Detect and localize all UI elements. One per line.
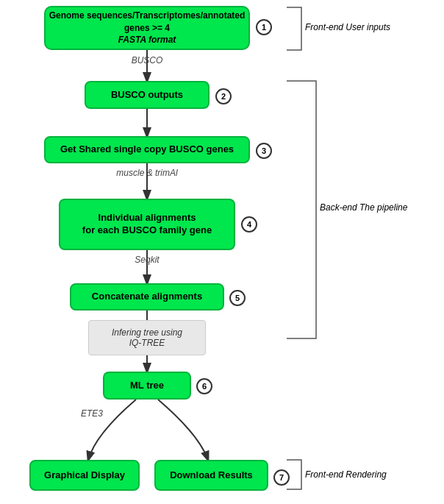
download-results-node[interactable]: Download Results — [154, 460, 268, 491]
concatenate-node: Concatenate alignments — [70, 283, 224, 310]
frontend-rendering-label: Front-end Rendering — [305, 469, 387, 480]
graphical-display-node[interactable]: Graphical Display — [29, 460, 140, 491]
shared-busco-node: Get Shared single copy BUSCO genes — [44, 136, 250, 163]
frontend-inputs-label: Front-end User inputs — [305, 22, 390, 32]
seqkit-arrow-label: Seqkit — [110, 255, 184, 265]
download-results-label: Download Results — [170, 469, 253, 482]
step-3-circle: 3 — [256, 143, 272, 159]
ml-tree-label: ML tree — [130, 380, 164, 392]
step-1-circle: 1 — [256, 19, 272, 35]
busco-outputs-label: BUSCO outputs — [111, 89, 183, 102]
pipeline-diagram: Genome sequences/Transcriptomes/annotate… — [0, 0, 444, 504]
concatenate-label: Concatenate alignments — [92, 291, 202, 303]
step-7-circle: 7 — [273, 469, 290, 486]
arrows-svg — [0, 0, 444, 504]
ete3-label: ETE3 — [62, 408, 121, 419]
busco-outputs-node: BUSCO outputs — [85, 81, 210, 109]
graphical-display-label: Graphical Display — [44, 469, 125, 482]
muscle-arrow-label: muscle & trimAl — [85, 168, 210, 178]
ml-tree-node: ML tree — [103, 372, 191, 400]
infering-tree-label: Infering tree usingIQ-TREE — [112, 327, 182, 348]
shared-busco-label: Get Shared single copy BUSCO genes — [60, 143, 234, 156]
step-6-circle: 6 — [196, 378, 212, 394]
infering-tree-box: Infering tree usingIQ-TREE — [88, 320, 206, 355]
alignments-label: Individual alignmentsfor each BUSCO fami… — [82, 212, 212, 237]
alignments-node: Individual alignmentsfor each BUSCO fami… — [59, 199, 235, 250]
backend-pipeline-label: Back-end The pipeline — [320, 202, 407, 213]
input-node-label: Genome sequences/Transcriptomes/annotate… — [46, 10, 248, 46]
busco-arrow-label: BUSCO — [110, 55, 184, 65]
step-2-circle: 2 — [215, 88, 232, 104]
step-5-circle: 5 — [229, 290, 246, 306]
input-node: Genome sequences/Transcriptomes/annotate… — [44, 6, 250, 50]
step-4-circle: 4 — [241, 216, 257, 233]
